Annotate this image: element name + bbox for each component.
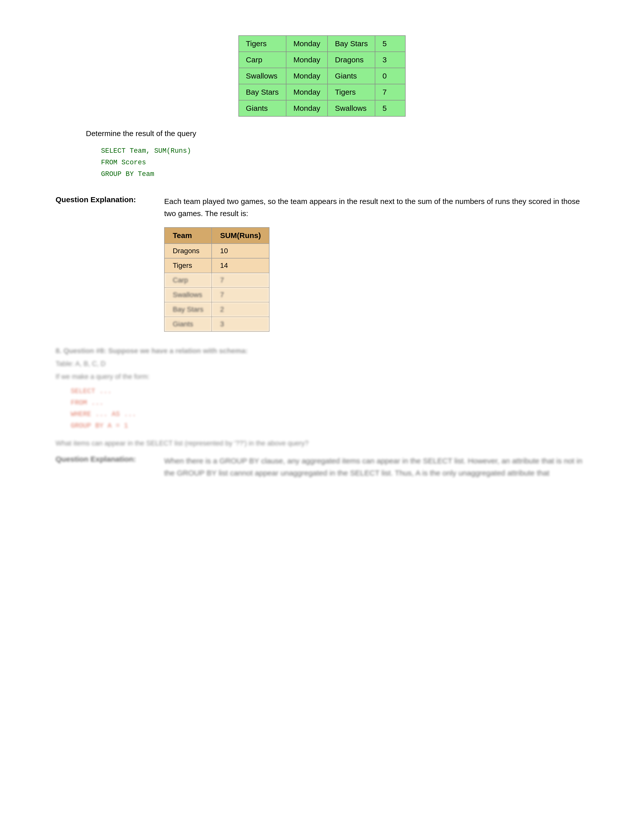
result-row-blurred: Swallows7 — [164, 288, 269, 302]
blurred-sql: SELECT ... FROM ... WHERE ... AS ... GRO… — [71, 386, 573, 432]
table-cell-runs: 5 — [375, 35, 405, 52]
table-cell-day: Monday — [286, 52, 328, 68]
blurred-explanation: Question Explanation: When there is a GR… — [56, 455, 588, 479]
table-cell-day: Monday — [286, 84, 328, 100]
result-sum-blurred: 7 — [212, 288, 269, 302]
query-description: Determine the result of the query — [86, 129, 558, 138]
result-sum-blurred: 7 — [212, 273, 269, 288]
sql-line-3: GROUP BY Team — [101, 169, 543, 180]
result-row-blurred: Bay Stars2 — [164, 302, 269, 317]
table-cell-opponent: Dragons — [328, 52, 375, 68]
result-sum-blurred: 3 — [212, 317, 269, 331]
table-row: TigersMondayBay Stars5 — [239, 35, 406, 52]
explanation-label: Question Explanation: — [56, 195, 156, 332]
table-cell-opponent: Bay Stars — [328, 35, 375, 52]
result-col-team: Team — [164, 227, 212, 244]
sql-line-1: SELECT Team, SUM(Runs) — [101, 145, 543, 157]
table-row: GiantsMondaySwallows5 — [239, 100, 406, 116]
blurred-subtitle: Table: A, B, C, D — [56, 360, 588, 368]
table-cell-team: Giants — [239, 100, 286, 116]
result-team: Dragons — [164, 244, 212, 258]
table-cell-runs: 5 — [375, 100, 405, 116]
table-row: CarpMondayDragons3 — [239, 52, 406, 68]
result-team-blurred: Giants — [164, 317, 212, 331]
sql-line-2: FROM Scores — [101, 157, 543, 169]
table-cell-team: Carp — [239, 52, 286, 68]
table-cell-opponent: Swallows — [328, 100, 375, 116]
table-cell-team: Tigers — [239, 35, 286, 52]
table-cell-runs: 3 — [375, 52, 405, 68]
sql-block: SELECT Team, SUM(Runs) FROM Scores GROUP… — [101, 145, 543, 180]
table-cell-day: Monday — [286, 68, 328, 84]
result-table: Team SUM(Runs) Dragons10Tigers14Carp7Swa… — [164, 227, 269, 332]
table-cell-opponent: Tigers — [328, 84, 375, 100]
blurred-question: What items can appear in the SELECT list… — [56, 439, 588, 447]
blurred-section-title: 8. Question #8: Suppose we have a relati… — [56, 347, 588, 355]
table-row: Bay StarsMondayTigers7 — [239, 84, 406, 100]
table-cell-runs: 0 — [375, 68, 405, 84]
result-team-blurred: Carp — [164, 273, 212, 288]
result-team-blurred: Swallows — [164, 288, 212, 302]
table-cell-team: Bay Stars — [239, 84, 286, 100]
result-sum: 10 — [212, 244, 269, 258]
blurred-expl-text: When there is a GROUP BY clause, any agg… — [164, 455, 588, 479]
result-table-wrapper: Team SUM(Runs) Dragons10Tigers14Carp7Swa… — [164, 227, 588, 332]
top-section: TigersMondayBay Stars5CarpMondayDragons3… — [30, 35, 614, 117]
explanation-section: Question Explanation: Each team played t… — [56, 195, 588, 332]
table-cell-runs: 7 — [375, 84, 405, 100]
result-sum-blurred: 2 — [212, 302, 269, 317]
table-row: SwallowsMondayGiants0 — [239, 68, 406, 84]
result-col-sum: SUM(Runs) — [212, 227, 269, 244]
blurred-section: 8. Question #8: Suppose we have a relati… — [56, 347, 588, 479]
result-row-blurred: Carp7 — [164, 273, 269, 288]
result-sum: 14 — [212, 258, 269, 273]
result-row-blurred: Giants3 — [164, 317, 269, 331]
result-team: Tigers — [164, 258, 212, 273]
blurred-sub1: If we make a query of the form: — [56, 373, 588, 381]
result-team-blurred: Bay Stars — [164, 302, 212, 317]
blurred-expl-label: Question Explanation: — [56, 455, 156, 479]
result-row: Tigers14 — [164, 258, 269, 273]
explanation-text: Each team played two games, so the team … — [164, 195, 588, 220]
table-cell-day: Monday — [286, 100, 328, 116]
table-cell-opponent: Giants — [328, 68, 375, 84]
result-row: Dragons10 — [164, 244, 269, 258]
table-cell-team: Swallows — [239, 68, 286, 84]
scores-table: TigersMondayBay Stars5CarpMondayDragons3… — [238, 35, 406, 117]
table-cell-day: Monday — [286, 35, 328, 52]
